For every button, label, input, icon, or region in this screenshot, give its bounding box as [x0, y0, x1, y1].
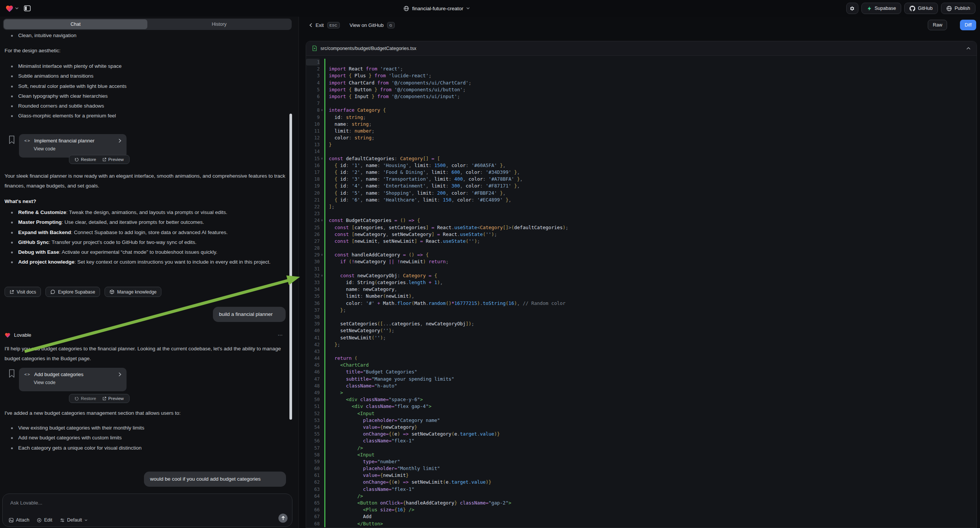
added-bullet-list: View existing budget categories with the… [5, 423, 288, 453]
fold-spacer [320, 376, 324, 383]
line-number: 19 [306, 183, 320, 189]
code-text: color: string; [324, 134, 977, 141]
code-line: 54 value={newCategory} [306, 424, 977, 431]
code-text: { id: '5', name: 'Shopping', limit: 200,… [324, 190, 977, 197]
code-text: /> [324, 445, 977, 452]
manage-knowledge-button[interactable]: Manage knowledge [105, 287, 161, 297]
line-number: 60 [306, 465, 320, 472]
globe-icon [403, 6, 409, 11]
line-number: 56 [306, 437, 320, 444]
lovable-logo-menu[interactable] [5, 5, 19, 12]
preview-button[interactable]: Preview [102, 396, 124, 401]
file-header[interactable]: src/components/budget/BudgetCategories.t… [306, 41, 977, 56]
view-code-link[interactable]: View code [34, 380, 121, 385]
settings-button[interactable] [846, 3, 858, 14]
message-options-button[interactable]: ⋯ [278, 332, 283, 338]
code-text: }; [324, 307, 977, 313]
version-card-title: Implement financial planner [34, 138, 94, 143]
fold-toggle-icon[interactable]: ∨ [320, 217, 324, 224]
code-line: 12 color: string; [306, 134, 977, 141]
send-button[interactable] [278, 514, 288, 523]
code-text: title="Budget Categories" [324, 369, 977, 375]
line-number: 50 [306, 396, 320, 403]
line-number: 46 [306, 369, 320, 375]
version-card-implement-financial-planner[interactable]: <> Implement financial planner View code [19, 134, 127, 157]
chevron-up-icon[interactable] [966, 47, 970, 49]
code-text [324, 59, 977, 65]
edit-button[interactable]: Edit [37, 517, 52, 523]
line-number: 57 [306, 445, 320, 452]
chat-scrollbar[interactable] [290, 114, 292, 420]
fold-toggle-icon[interactable]: ∨ [320, 251, 324, 258]
bookmark-icon[interactable] [8, 369, 15, 378]
assistant-paragraph: Your sleek financial planner is now read… [5, 171, 288, 191]
line-number: 6 [306, 93, 320, 100]
fold-spacer [320, 238, 324, 245]
code-text: <div className="flex gap-4"> [324, 403, 977, 410]
preview-button[interactable]: Preview [102, 157, 124, 162]
fold-spacer [320, 300, 324, 307]
code-line: 26 const [newCategory, setNewCategory] =… [306, 231, 977, 238]
publish-button[interactable]: Publish [941, 3, 975, 14]
code-text: import { Button } from '@/components/ui/… [324, 86, 977, 93]
code-line: 21 { id: '6', name: 'Healthcare', limit:… [306, 197, 977, 204]
line-number: 1 [306, 59, 320, 65]
fold-toggle-icon[interactable]: ∨ [320, 272, 324, 279]
code-text: <div className="space-y-6"> [324, 396, 977, 403]
bullet-item: Clean, intuitive navigation [5, 31, 288, 41]
line-number: 17 [306, 169, 320, 176]
code-text: { id: '6', name: 'Healthcare', limit: 15… [324, 197, 977, 204]
view-code-link[interactable]: View code [34, 146, 121, 151]
supabase-button[interactable]: Supabase [861, 3, 901, 14]
code-text: > [324, 390, 977, 396]
code-line: 53 placeholder="Category name" [306, 417, 977, 424]
code-line: 20 { id: '5', name: 'Shopping', limit: 2… [306, 190, 977, 197]
explore-supabase-button[interactable]: Explore Supabase [45, 287, 100, 297]
restore-button[interactable]: Restore [75, 396, 96, 401]
user-message: would be cool if you could add budget ca… [144, 472, 286, 487]
chat-input[interactable] [10, 499, 285, 506]
fold-spacer [320, 176, 324, 183]
visit-docs-button[interactable]: Visit docs [5, 287, 41, 297]
fold-toggle-icon[interactable]: ∨ [320, 155, 324, 162]
file-path: src/components/budget/BudgetCategories.t… [320, 46, 416, 51]
code-line: 49 > [306, 390, 977, 396]
tab-history[interactable]: History [147, 19, 291, 29]
code-text: { id: '3', name: 'Transportation', limit… [324, 176, 977, 183]
fold-toggle-icon[interactable]: ∨ [320, 107, 324, 114]
fold-spacer [320, 472, 324, 479]
code-line: 2import React from 'react'; [306, 65, 977, 72]
github-button[interactable]: GitHub [904, 3, 938, 14]
line-number: 41 [306, 334, 320, 341]
code-text: className="h-auto" [324, 383, 977, 390]
mode-selector[interactable]: Default [60, 517, 88, 523]
line-number: 20 [306, 190, 320, 197]
fold-spacer [320, 327, 324, 334]
view-on-github-button[interactable]: View on GitHub G [350, 22, 395, 29]
version-card-add-budget-categories[interactable]: <> Add budget categories View code [19, 368, 127, 391]
attach-button[interactable]: Attach [9, 517, 29, 523]
line-number: 54 [306, 424, 320, 431]
restore-button[interactable]: Restore [75, 157, 96, 162]
code-line: 42 }; [306, 341, 977, 348]
exit-button[interactable]: Exit ESC [310, 22, 340, 29]
assistant-header: Lovable ⋯ [5, 332, 283, 338]
fold-spacer [320, 204, 324, 210]
code-line: 8∨interface Category { [306, 107, 977, 114]
fold-spacer [320, 114, 324, 121]
version-card-title: Add budget categories [34, 372, 83, 377]
fold-spacer [320, 162, 324, 169]
diff-toggle-button[interactable]: Diff [960, 20, 976, 30]
code-text: { id: '4', name: 'Entertainment', limit:… [324, 183, 977, 189]
line-number: 52 [306, 410, 320, 417]
raw-toggle-button[interactable]: Raw [928, 20, 947, 30]
line-number: 42 [306, 341, 320, 348]
line-number: 40 [306, 327, 320, 334]
code-line: 58 <Input [306, 452, 977, 458]
bookmark-icon[interactable] [8, 135, 15, 144]
fold-spacer [320, 72, 324, 79]
tab-chat[interactable]: Chat [4, 19, 147, 29]
sidebar-toggle-button[interactable] [22, 4, 32, 13]
project-switcher[interactable]: financial-future-creator [403, 0, 470, 17]
assistant-message-fragment: Clean, intuitive navigation [5, 31, 288, 41]
